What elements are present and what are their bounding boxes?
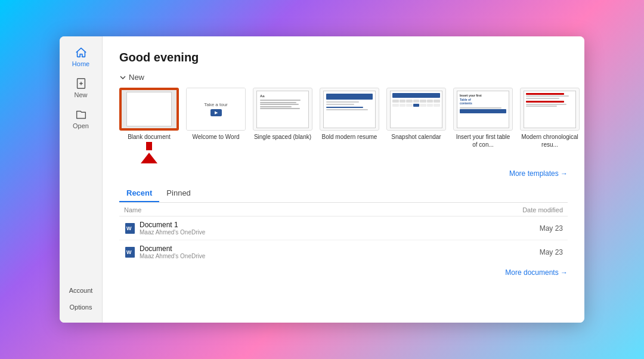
sidebar-bottom: Account Options xyxy=(60,282,102,323)
recent-pinned-tabs: Recent Pinned xyxy=(119,186,568,203)
word-doc-icon: W xyxy=(124,222,136,234)
bold-resume-card[interactable]: Bold modern resume xyxy=(320,88,379,163)
table-header-date: Date modified xyxy=(408,203,568,216)
blank-document-label: Blank document xyxy=(128,133,171,141)
home-icon xyxy=(75,46,88,59)
chronological-thumb xyxy=(520,88,580,131)
new-icon xyxy=(75,77,88,90)
blank-document-template[interactable]: Blank document xyxy=(119,88,179,141)
tab-pinned[interactable]: Pinned xyxy=(159,186,197,202)
sidebar-item-open-label: Open xyxy=(73,122,89,129)
documents-table: Name Date modified W Document 1 xyxy=(119,203,568,264)
svg-text:W: W xyxy=(126,225,132,231)
sidebar-item-new[interactable]: New xyxy=(60,72,102,103)
welcome-to-word-thumb: Take a tour ▶ xyxy=(186,88,246,131)
sidebar-item-new-label: New xyxy=(74,91,87,98)
snapshot-calendar-label: Snapshot calendar xyxy=(391,133,441,141)
chronological-card[interactable]: Modern chronological resu... xyxy=(520,88,580,163)
greeting-text: Good evening xyxy=(119,51,568,64)
sidebar-item-open[interactable]: Open xyxy=(60,103,102,134)
welcome-to-word-card[interactable]: Take a tour ▶ Welcome to Word xyxy=(186,88,246,163)
more-documents-link[interactable]: More documents → xyxy=(119,268,568,277)
new-section-label: New xyxy=(119,73,568,82)
welcome-to-word-label: Welcome to Word xyxy=(192,133,239,141)
open-icon xyxy=(75,108,88,121)
sidebar-item-account[interactable]: Account xyxy=(60,282,102,299)
sidebar: Home New Open Account Options xyxy=(60,36,103,323)
single-spaced-card[interactable]: Aa Single spaced (blank) xyxy=(253,88,312,163)
blank-document-card[interactable]: Blank document xyxy=(119,88,179,163)
doc2-name: Document xyxy=(140,245,205,253)
more-templates-label: More templates → xyxy=(509,169,568,178)
templates-row: Blank document Take a tour ▶ xyxy=(119,88,568,163)
toc-thumb: Insert your first Table ofcontents xyxy=(453,88,513,131)
sidebar-item-home[interactable]: Home xyxy=(60,41,102,72)
doc1-date: May 23 xyxy=(540,224,563,233)
arrow-stem xyxy=(146,142,152,150)
arrow-head xyxy=(141,153,157,163)
arrow-annotation xyxy=(141,142,157,163)
doc1-name: Document 1 xyxy=(140,221,205,229)
doc2-date: May 23 xyxy=(540,248,563,256)
chevron-down-icon xyxy=(119,74,126,81)
snapshot-calendar-thumb xyxy=(386,88,446,131)
snapshot-calendar-card[interactable]: Snapshot calendar xyxy=(386,88,446,163)
toc-label: Insert your first table of con... xyxy=(453,133,513,148)
table-header-name: Name xyxy=(119,203,408,216)
blank-document-thumb xyxy=(119,88,179,131)
chronological-label: Modern chronological resu... xyxy=(520,133,580,148)
main-content: Good evening New Blank document xyxy=(103,36,584,323)
more-templates-link[interactable]: More templates → xyxy=(119,169,568,178)
table-row[interactable]: W Document 1 Maaz Ahmed's OneDrive May 2… xyxy=(119,216,568,240)
word-doc-icon-2: W xyxy=(124,246,136,258)
doc2-name-cell: W Document Maaz Ahmed's OneDrive xyxy=(124,245,404,259)
tab-recent[interactable]: Recent xyxy=(119,186,159,202)
sidebar-item-home-label: Home xyxy=(72,60,89,67)
doc1-name-cell: W Document 1 Maaz Ahmed's OneDrive xyxy=(124,221,404,236)
toc-card[interactable]: Insert your first Table ofcontents Inser… xyxy=(453,88,513,163)
svg-text:W: W xyxy=(126,249,132,255)
doc2-location: Maaz Ahmed's OneDrive xyxy=(140,253,205,259)
table-row[interactable]: W Document Maaz Ahmed's OneDrive May 23 xyxy=(119,240,568,264)
doc1-location: Maaz Ahmed's OneDrive xyxy=(140,229,205,236)
more-documents-label: More documents → xyxy=(505,268,568,277)
single-spaced-thumb: Aa xyxy=(253,88,312,131)
bold-resume-thumb xyxy=(320,88,379,131)
bold-resume-label: Bold modern resume xyxy=(322,133,377,141)
single-spaced-label: Single spaced (blank) xyxy=(254,133,311,141)
app-window: Home New Open Account Options Good eveni… xyxy=(60,36,584,323)
sidebar-item-options[interactable]: Options xyxy=(60,299,102,315)
